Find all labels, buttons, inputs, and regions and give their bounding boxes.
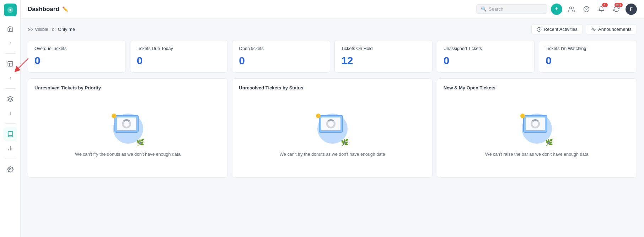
donut-chart-icon-2: [326, 119, 336, 128]
announcements-button[interactable]: Announcements: [586, 24, 637, 34]
edit-icon[interactable]: ✏️: [62, 6, 68, 12]
notifications-button[interactable]: 1: [596, 4, 607, 15]
stat-card-watching: Tickets I'm Watching 0: [539, 40, 637, 73]
main-content: Dashboard ✏️ 🔍 +: [21, 0, 644, 237]
page-title: Dashboard: [28, 6, 59, 13]
dot-yellow: [112, 114, 116, 118]
visibility-value: Only me: [58, 27, 75, 32]
chart-placeholder-status: 🌿 We can't fry the donuts as we don't ha…: [239, 96, 425, 171]
chart-placeholder-priority: 🌿 We can't fry the donuts as we don't ha…: [34, 96, 221, 171]
recent-activities-button[interactable]: Recent Activities: [531, 24, 583, 34]
chart-title-priority: Unresolved Tickets by Priority: [34, 85, 221, 90]
sidebar-divider-3: [5, 123, 16, 124]
plant-icon: 🌿: [136, 138, 144, 146]
stats-row: Overdue Tickets 0 Tickets Due Today 0 Op…: [28, 40, 637, 73]
monitor-screen-2: [321, 117, 340, 130]
stat-label-watching: Tickets I'm Watching: [546, 46, 630, 51]
sidebar-item-dots-2: ···: [4, 71, 17, 85]
stat-card-due-today: Tickets Due Today 0: [130, 40, 228, 73]
sidebar-item-book[interactable]: [4, 127, 17, 141]
sidebar-divider-4: [5, 159, 16, 159]
monitor-screen-3: [526, 117, 545, 130]
sidebar-divider-1: [5, 53, 16, 54]
empty-illustration-status: 🌿: [311, 111, 354, 146]
notification-badge: 1: [602, 3, 608, 7]
stat-label-open: Open tickets: [239, 46, 323, 51]
sidebar-nav-bottom: [0, 162, 20, 177]
stat-label-due-today: Tickets Due Today: [137, 46, 221, 51]
eye-icon: [28, 27, 33, 32]
stat-card-on-hold: Tickets On Hold 12: [334, 40, 433, 73]
charts-row: Unresolved Tickets by Priority 🌿 W: [28, 78, 637, 178]
header: Dashboard ✏️ 🔍 +: [21, 0, 644, 18]
empty-illustration-priority: 🌿: [107, 111, 149, 146]
help-button[interactable]: [581, 4, 592, 15]
chart-title-status: Unresolved Tickets by Status: [239, 85, 425, 90]
announcements-label: Announcements: [598, 27, 632, 32]
dot-yellow-2: [316, 114, 321, 118]
stat-label-unassigned: Unassigned Tickets: [444, 46, 528, 51]
dots-icon: ···: [7, 42, 13, 44]
announcement-icon: [591, 27, 596, 32]
donut-chart-icon-3: [531, 119, 540, 128]
chart-card-new-open: New & My Open Tickets 🌿 We can't r: [437, 78, 637, 178]
clock-icon: [537, 27, 542, 32]
stat-value-overdue: 0: [34, 55, 119, 67]
avatar-button[interactable]: F: [626, 4, 637, 15]
header-right: 🔍 + 1: [476, 4, 637, 15]
plant-icon-3: 🌿: [545, 138, 553, 146]
sidebar-item-layers[interactable]: [4, 92, 17, 106]
recent-activities-label: Recent Activities: [544, 27, 578, 32]
header-left: Dashboard ✏️: [28, 6, 68, 13]
empty-text-priority: We can't fry the donuts as we don't have…: [75, 152, 181, 157]
svg-marker-2: [7, 97, 13, 99]
monitor-body-2: [319, 115, 343, 133]
svg-point-7: [570, 7, 572, 9]
monitor-screen: [117, 117, 136, 130]
empty-illustration-new-open: 🌿: [515, 111, 558, 146]
contacts-button[interactable]: [566, 4, 577, 15]
dots-icon-3: ···: [7, 112, 13, 114]
search-input[interactable]: [489, 6, 543, 12]
add-button[interactable]: +: [551, 4, 562, 15]
chart-card-priority: Unresolved Tickets by Priority 🌿 W: [28, 78, 228, 178]
sidebar-item-dots-top: ···: [4, 36, 17, 50]
chart-placeholder-new-open: 🌿 We can't raise the bar as we don't hav…: [444, 96, 630, 171]
stat-value-watching: 0: [546, 55, 630, 67]
svg-point-6: [9, 169, 11, 170]
visibility-left: Visible To: Only me: [28, 27, 75, 32]
monitor-body-3: [523, 115, 547, 133]
chart-title-new-open: New & My Open Tickets: [444, 85, 630, 90]
svg-rect-1: [8, 61, 13, 66]
sidebar-nav-mid: ···: [0, 56, 20, 86]
dot-yellow-3: [520, 114, 525, 118]
stat-card-overdue: Overdue Tickets 0: [28, 40, 126, 73]
stat-label-on-hold: Tickets On Hold: [341, 46, 426, 51]
sidebar-item-home[interactable]: [4, 22, 17, 35]
visibility-right: Recent Activities Announcements: [531, 24, 637, 34]
updates-button[interactable]: 99+: [611, 4, 622, 15]
sidebar-item-chart[interactable]: [4, 142, 17, 155]
content-area: Visible To: Only me Recent Activities An…: [21, 18, 644, 237]
sidebar-nav-mid2: ···: [0, 92, 20, 121]
plant-icon-2: 🌿: [341, 138, 349, 146]
empty-text-new-open: We can't raise the bar as we don't have …: [485, 152, 589, 157]
search-box[interactable]: 🔍: [476, 4, 547, 14]
sidebar-item-settings[interactable]: [4, 162, 17, 176]
sidebar-item-dots-3: ···: [4, 106, 17, 120]
sidebar-nav-active: [0, 127, 20, 156]
empty-text-status: We can't fry the donuts as we don't have…: [279, 152, 385, 157]
sidebar-nav-top: ···: [0, 21, 20, 50]
visibility-bar: Visible To: Only me Recent Activities An…: [28, 24, 637, 34]
visible-to-label: Visible To:: [35, 27, 56, 32]
sidebar-item-inbox[interactable]: [4, 57, 17, 71]
stat-card-unassigned: Unassigned Tickets 0: [437, 40, 535, 73]
sidebar-logo[interactable]: [4, 4, 17, 16]
stat-value-due-today: 0: [137, 55, 221, 67]
svg-point-10: [29, 29, 31, 30]
search-icon: 🔍: [481, 6, 487, 12]
dots-icon-2: ···: [7, 77, 13, 79]
stat-value-unassigned: 0: [444, 55, 528, 67]
stat-value-on-hold: 12: [341, 55, 426, 67]
stat-value-open: 0: [239, 55, 323, 67]
